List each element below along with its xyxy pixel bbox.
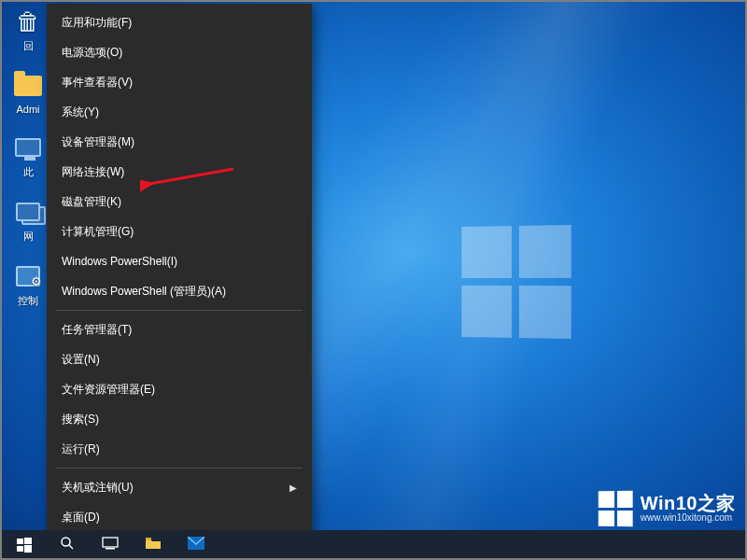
- menu-item-desktop[interactable]: 桌面(D): [47, 502, 312, 532]
- watermark-subtitle: www.win10xitong.com: [641, 513, 736, 524]
- desktop-icons-column: 🗑 回 Admi 此 网 控制: [6, 6, 50, 308]
- menu-separator: [56, 468, 303, 469]
- watermark-windows-logo-icon: [599, 491, 633, 526]
- taskbar: [0, 530, 747, 560]
- menu-item-label: 文件资源管理器(E): [62, 382, 155, 398]
- svg-rect-4: [17, 546, 23, 552]
- menu-item-label: 网络连接(W): [62, 164, 124, 180]
- desktop-icon-label: 此: [23, 165, 34, 179]
- folder-icon: [145, 537, 162, 553]
- svg-rect-2: [17, 539, 23, 544]
- taskview-icon: [102, 537, 119, 553]
- menu-item-label: 设备管理器(M): [62, 134, 134, 150]
- desktop-icon-label: 网: [23, 230, 34, 244]
- taskbar-explorer-button[interactable]: [133, 530, 174, 560]
- windows-start-icon: [17, 538, 32, 553]
- menu-item-powershell[interactable]: Windows PowerShell(I): [47, 246, 312, 276]
- svg-rect-9: [106, 548, 115, 550]
- desktop-icon-label: Admi: [16, 104, 39, 115]
- search-icon: [60, 536, 75, 554]
- menu-item-computer-management[interactable]: 计算机管理(G): [47, 217, 312, 246]
- svg-rect-10: [146, 538, 151, 540]
- menu-item-settings[interactable]: 设置(N): [47, 344, 312, 374]
- menu-item-label: 运行(R): [62, 441, 100, 457]
- menu-item-task-manager[interactable]: 任务管理器(T): [47, 315, 312, 344]
- menu-item-label: 电源选项(O): [62, 45, 122, 61]
- wallpaper-windows-logo: [461, 225, 571, 339]
- winx-context-menu: 应用和功能(F) 电源选项(O) 事件查看器(V) 系统(Y) 设备管理器(M)…: [47, 4, 312, 536]
- svg-rect-3: [24, 538, 32, 544]
- svg-rect-5: [24, 545, 32, 553]
- menu-item-network-connections[interactable]: 网络连接(W): [47, 157, 312, 187]
- taskbar-mail-button[interactable]: [176, 530, 217, 560]
- menu-item-power-options[interactable]: 电源选项(O): [47, 37, 312, 67]
- pc-icon: [12, 132, 44, 163]
- menu-item-label: Windows PowerShell(I): [62, 255, 177, 268]
- svg-point-6: [62, 538, 70, 546]
- desktop-icon-control-panel[interactable]: 控制: [6, 260, 50, 308]
- folder-icon: [12, 70, 44, 102]
- desktop-icon-label: 回: [23, 39, 34, 53]
- menu-item-search[interactable]: 搜索(S): [47, 404, 312, 434]
- mail-icon: [188, 537, 204, 553]
- taskbar-search-button[interactable]: [47, 530, 88, 560]
- menu-item-disk-management[interactable]: 磁盘管理(K): [47, 187, 312, 217]
- menu-item-label: 计算机管理(G): [62, 224, 134, 240]
- menu-item-device-manager[interactable]: 设备管理器(M): [47, 127, 312, 157]
- control-panel-icon: [12, 260, 44, 292]
- svg-line-7: [69, 545, 73, 549]
- recycle-bin-icon: 🗑: [12, 6, 44, 37]
- menu-item-label: 设置(N): [62, 352, 100, 368]
- menu-item-label: 事件查看器(V): [62, 75, 133, 91]
- taskbar-taskview-button[interactable]: [90, 530, 131, 560]
- menu-item-file-explorer[interactable]: 文件资源管理器(E): [47, 374, 312, 404]
- menu-item-label: Windows PowerShell (管理员)(A): [62, 284, 226, 300]
- desktop-icon-label: 控制: [18, 294, 38, 308]
- network-icon: [12, 196, 44, 228]
- menu-separator: [56, 310, 303, 311]
- start-button[interactable]: [4, 530, 45, 560]
- desktop-icon-recycle-bin[interactable]: 🗑 回: [6, 6, 50, 53]
- menu-item-label: 桌面(D): [62, 510, 100, 525]
- watermark: Win10之家 www.win10xitong.com: [598, 491, 736, 526]
- menu-item-system[interactable]: 系统(Y): [47, 97, 312, 127]
- watermark-title: Win10之家: [641, 494, 736, 513]
- menu-item-event-viewer[interactable]: 事件查看器(V): [47, 67, 312, 97]
- menu-item-run[interactable]: 运行(R): [47, 434, 312, 464]
- menu-item-powershell-admin[interactable]: Windows PowerShell (管理员)(A): [47, 276, 312, 306]
- desktop-icon-user-folder[interactable]: Admi: [6, 70, 50, 115]
- menu-item-label: 磁盘管理(K): [62, 194, 121, 210]
- menu-item-apps-features[interactable]: 应用和功能(F): [47, 7, 312, 37]
- menu-item-label: 系统(Y): [62, 105, 99, 120]
- menu-item-label: 搜索(S): [62, 412, 99, 427]
- menu-item-label: 关机或注销(U): [62, 480, 134, 496]
- menu-item-label: 应用和功能(F): [62, 15, 132, 31]
- desktop-icon-network[interactable]: 网: [6, 196, 50, 244]
- svg-rect-8: [103, 538, 118, 547]
- chevron-right-icon: ▶: [289, 483, 297, 493]
- menu-item-label: 任务管理器(T): [62, 322, 132, 338]
- menu-item-shutdown-signout[interactable]: 关机或注销(U) ▶: [47, 472, 312, 502]
- desktop-icon-this-pc[interactable]: 此: [6, 132, 50, 179]
